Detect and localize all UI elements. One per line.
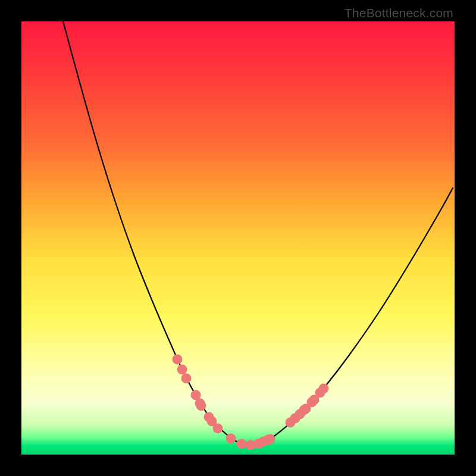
- data-point: [237, 439, 247, 449]
- data-point: [173, 355, 183, 365]
- data-point: [226, 434, 236, 444]
- plot-svg: [21, 21, 455, 455]
- data-point: [265, 434, 275, 444]
- watermark-text: TheBottleneck.com: [345, 6, 453, 20]
- data-point: [319, 384, 329, 394]
- bottleneck-curve: [63, 21, 453, 445]
- data-point: [181, 374, 192, 384]
- data-point-markers: [173, 355, 329, 450]
- data-point: [177, 365, 187, 375]
- data-point: [213, 424, 223, 434]
- gradient-plot-area: [21, 21, 455, 455]
- data-point: [196, 401, 206, 411]
